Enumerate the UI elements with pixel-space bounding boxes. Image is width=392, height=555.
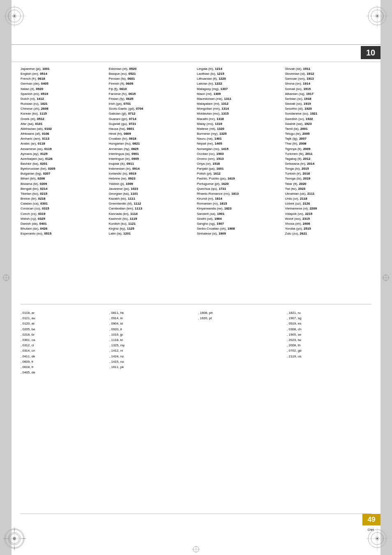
list-item: French (fr), 0618 [21, 76, 107, 81]
list-item: Czech (cs), 0319 [21, 212, 107, 216]
list-item: Scots-Gaelic (gd), 0704 [109, 106, 196, 111]
list-item: Slovenian (sl), 1912 [285, 71, 372, 76]
list-item: Somali (so), 1915 [285, 87, 372, 92]
bottom-item: , 0618, fr [21, 364, 105, 370]
list-item: Panjabi (pa), 1601 [197, 166, 284, 171]
list-item: German (de), 0405 [21, 81, 107, 86]
list-item: Hindi (hi), 0809 [109, 131, 196, 136]
list-item: Irish (ga), 0701 [109, 101, 196, 106]
list-item: Latin (la), 1201 [109, 231, 196, 236]
list-item: Croatian (hr), 0818 [109, 136, 196, 141]
list-item: Galician (gl), 0712 [109, 111, 196, 116]
list-item: Afar (aa), 0101 [21, 122, 107, 127]
list-item: Maltese (mt), 1320 [197, 127, 284, 131]
list-item: Korean (ko), 1115 [21, 111, 107, 116]
list-item: Malagasy (mg), 1307 [197, 87, 284, 92]
list-item: Welsh (cy), 0325 [21, 216, 107, 221]
list-item: Catalan (ca), 0301 [21, 201, 107, 206]
list-item: Slovak (sk), 1911 [285, 67, 372, 71]
list-item: Mongolian (mn), 1314 [197, 106, 284, 111]
list-item: Zulu (zu), 2621 [285, 231, 372, 236]
list-item: Greek (el), 0512 [21, 117, 107, 122]
list-item: Afrikaans (af), 0106 [21, 131, 107, 136]
bottom-item: , 0218, br [21, 332, 105, 337]
list-item: Tamil (ta), 2001 [285, 127, 372, 131]
bottom-item: , 0411, dk [21, 354, 105, 359]
list-item: Kannada (kn), 1114 [109, 212, 196, 216]
list-item: Serbo-Croatian (sh), 1908 [197, 226, 284, 231]
bottom-codes-section: , 0118, ar , 0121, au , 0120, at , 0205,… [21, 310, 371, 375]
bottom-page-number: 49 [362, 514, 380, 525]
list-item: Urdu (ur), 2118 [285, 196, 372, 201]
list-item: Lingala (ln), 1214 [197, 67, 284, 71]
list-item: Icelandic (is), 0919 [109, 171, 196, 176]
list-item: Sangho (sg), 1907 [197, 221, 284, 226]
list-item: Xhosa (xh), 2408 [285, 221, 372, 226]
list-item: Macedonian (mk), 1311 [197, 97, 284, 101]
list-item: Spanish (es), 0519 [21, 92, 107, 97]
list-item: Nauru (na), 1401 [197, 136, 284, 141]
list-item: Guarani (gn), 0714 [109, 117, 196, 122]
list-item: Swahili (sw), 1923 [285, 122, 372, 127]
list-item: Nepali (ne), 1405 [197, 141, 284, 146]
bottom-code-col-4: , 1821, ru , 1907, sg , 0519, es , 0308,… [287, 310, 371, 375]
second-rule [12, 62, 380, 62]
language-column-1: Japanese (ja), 1001 English (en), 0514 F… [21, 67, 109, 236]
list-item: Moldavian (mo), 1315 [197, 111, 284, 116]
list-item: Breton (br), 0218 [21, 196, 107, 201]
list-item: Maori (mi), 1309 [197, 92, 284, 97]
list-item: Samoan (sm), 1913 [285, 76, 372, 81]
list-item: Interlingua (ia), 0901 [109, 152, 196, 157]
bottom-left-decoration [3, 527, 26, 550]
list-item: Armenian (hy), 0825 [109, 147, 196, 152]
list-item: Sesotho (st), 1920 [285, 106, 372, 111]
bottom-item: , 0702, gb [287, 348, 371, 353]
bottom-item: , 1821, ru [287, 310, 371, 315]
bottom-item: , 0205, be [21, 327, 105, 332]
list-item: Tajik (tg), 2007 [285, 136, 372, 141]
list-item: Bulgarian (bg), 0207 [21, 171, 107, 176]
svg-point-35 [13, 537, 16, 540]
list-item: Turkmen (tk), 2011 [285, 152, 372, 157]
language-column-3: Lingala (ln), 1214 Laothian (lo), 1215 L… [197, 67, 285, 236]
list-item: Danish (da), 0401 [21, 221, 107, 226]
bottom-item: , 0312, cl [21, 343, 105, 348]
bottom-item: , 0314, cn [21, 348, 105, 353]
list-item: Turkish (tr), 2018 [285, 171, 372, 176]
list-item: Occitan (oc), 1503 [197, 152, 284, 157]
list-item: Sanskrit (sa), 1901 [197, 212, 284, 216]
list-item: Pashto, Pushto (ps), 1619 [197, 176, 284, 181]
bottom-item: , 0301, ca [21, 337, 105, 343]
list-item: Volapük (vo), 2215 [285, 212, 372, 216]
list-item: Tsonga (ts), 2019 [285, 176, 372, 181]
bottom-item: , 1905, se [287, 332, 371, 337]
middle-rule [21, 304, 371, 304]
list-item: Wolof (wo), 2315 [285, 216, 372, 221]
list-item: Oriya (or), 1518 [197, 161, 284, 166]
list-item: Romanian (ro), 1815 [197, 201, 284, 206]
list-item: Vietnamese (vi), 2209 [285, 206, 372, 211]
list-item: Tibetan (bo), 0215 [21, 191, 107, 196]
list-item: Burmese (my), 1325 [197, 131, 284, 136]
list-item: Yiddish (ji), 1009 [109, 182, 196, 187]
list-item: Telugu (te), 2005 [285, 131, 372, 136]
list-item: Interlingue (ie), 0905 [109, 157, 196, 161]
bottom-item: , 0120, at [21, 321, 105, 326]
list-item: Setswana (tn), 2014 [285, 161, 372, 166]
list-item: Laothian (lo), 1215 [197, 71, 284, 76]
svg-point-5 [14, 15, 15, 17]
bottom-item: , 0914, in [109, 315, 194, 321]
list-item: Corsican (co), 0315 [21, 206, 107, 211]
top-rule [12, 44, 380, 45]
bottom-item: , 1611, pk [109, 364, 194, 370]
bottom-rule [21, 514, 371, 514]
svg-point-23 [376, 538, 378, 539]
language-column-2: Estonian (et), 0520 Basque (eu), 0521 Pe… [109, 67, 197, 236]
list-item: Latvian (lv), 1222 [197, 81, 284, 86]
list-item: Kashmiri (ks), 1119 [109, 216, 196, 221]
bottom-item: , 1608, ph [198, 310, 283, 315]
mid-bottom-mark [192, 546, 200, 553]
list-item: Italian (it), 0920 [21, 87, 107, 92]
list-item: Japanese (ja), 1001 [21, 67, 107, 71]
list-item: Bhutani (dz), 0426 [21, 226, 107, 231]
